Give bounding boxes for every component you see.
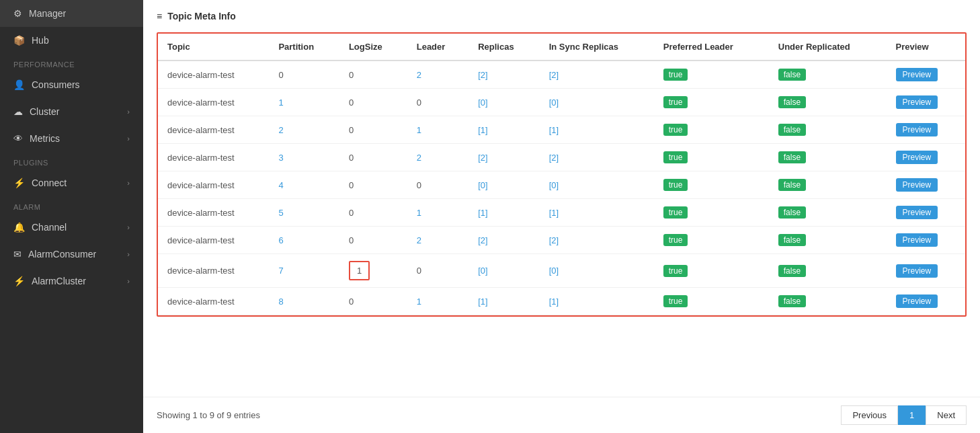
cell-preview: Preview bbox=[887, 89, 966, 116]
cell-topic: device-alarm-test bbox=[158, 254, 269, 288]
preview-button[interactable]: Preview bbox=[896, 68, 938, 81]
cell-in-sync: [0] bbox=[540, 171, 654, 199]
cell-in-sync: [0] bbox=[540, 89, 654, 116]
previous-button[interactable]: Previous bbox=[841, 405, 898, 425]
next-button[interactable]: Next bbox=[926, 405, 967, 425]
topic-meta-table-wrapper: Topic Partition LogSize Leader Replicas … bbox=[157, 32, 967, 317]
table-row: device-alarm-test 0 0 2 [2] [2] true fal… bbox=[158, 61, 965, 89]
preferred-leader-badge: true bbox=[663, 96, 688, 108]
preferred-leader-badge: true bbox=[663, 265, 688, 277]
cell-leader: 1 bbox=[407, 199, 468, 227]
cell-leader: 2 bbox=[407, 144, 468, 171]
connect-icon: ⚡ bbox=[13, 178, 25, 188]
preferred-leader-badge: true bbox=[663, 69, 688, 81]
logsize-value: 0 bbox=[349, 125, 354, 135]
cell-leader: 2 bbox=[407, 227, 468, 254]
sidebar-item-label: Channel bbox=[32, 222, 67, 233]
cell-preview: Preview bbox=[887, 227, 966, 254]
sidebar-section-performance: PERFORMANCE bbox=[0, 54, 143, 71]
cell-under-replicated: false bbox=[769, 61, 887, 89]
table-row: device-alarm-test 6 0 2 [2] [2] true fal… bbox=[158, 227, 965, 254]
cell-preferred-leader: true bbox=[654, 89, 769, 116]
preview-button[interactable]: Preview bbox=[896, 95, 938, 109]
logsize-value: 0 bbox=[349, 297, 354, 307]
cell-partition: 4 bbox=[269, 171, 339, 199]
under-replicated-badge: false bbox=[778, 234, 806, 246]
col-replicas: Replicas bbox=[468, 34, 540, 61]
page-1-button[interactable]: 1 bbox=[898, 405, 926, 425]
preferred-leader-badge: true bbox=[663, 206, 688, 219]
col-partition: Partition bbox=[269, 34, 339, 61]
cell-leader: 1 bbox=[407, 288, 468, 315]
manager-icon: ⚙ bbox=[13, 8, 22, 19]
main-content: ≡ Topic Meta Info Topic Partition LogSiz… bbox=[143, 0, 980, 433]
metrics-icon: 👁 bbox=[13, 133, 23, 144]
logsize-value: 0 bbox=[349, 153, 354, 163]
sidebar-item-connect[interactable]: ⚡ Connect › bbox=[0, 169, 143, 196]
preferred-leader-badge: true bbox=[663, 234, 688, 246]
col-under-replicated: Under Replicated bbox=[769, 34, 887, 61]
col-logsize: LogSize bbox=[339, 34, 407, 61]
cell-topic: device-alarm-test bbox=[158, 61, 269, 89]
sidebar-item-metrics[interactable]: 👁 Metrics › bbox=[0, 125, 143, 152]
cell-under-replicated: false bbox=[769, 199, 887, 227]
preferred-leader-badge: true bbox=[663, 151, 688, 163]
cell-topic: device-alarm-test bbox=[158, 89, 269, 116]
col-leader: Leader bbox=[407, 34, 468, 61]
sidebar-item-consumers[interactable]: 👤 Consumers bbox=[0, 71, 143, 98]
cell-topic: device-alarm-test bbox=[158, 288, 269, 315]
cell-partition: 5 bbox=[269, 199, 339, 227]
cell-in-sync: [0] bbox=[540, 254, 654, 288]
cell-replicas: [1] bbox=[468, 116, 540, 144]
under-replicated-badge: false bbox=[778, 206, 806, 219]
highlighted-logsize: 1 bbox=[349, 261, 370, 280]
cell-preferred-leader: true bbox=[654, 116, 769, 144]
cell-partition: 0 bbox=[269, 61, 339, 89]
cell-leader: 0 bbox=[407, 171, 468, 199]
sidebar-item-manager[interactable]: ⚙ Manager bbox=[0, 0, 143, 27]
preferred-leader-badge: true bbox=[663, 124, 688, 136]
pagination-info: Showing 1 to 9 of 9 entries bbox=[157, 410, 260, 420]
logsize-value: 0 bbox=[349, 70, 354, 80]
cluster-icon: ☁ bbox=[13, 106, 23, 117]
sidebar-item-cluster[interactable]: ☁ Cluster › bbox=[0, 98, 143, 125]
cell-leader: 1 bbox=[407, 116, 468, 144]
cell-partition: 3 bbox=[269, 144, 339, 171]
table-row: device-alarm-test 2 0 1 [1] [1] true fal… bbox=[158, 116, 965, 144]
cell-preferred-leader: true bbox=[654, 288, 769, 315]
cell-under-replicated: false bbox=[769, 116, 887, 144]
preview-button[interactable]: Preview bbox=[896, 233, 938, 247]
preview-button[interactable]: Preview bbox=[896, 151, 938, 164]
cell-preview: Preview bbox=[887, 144, 966, 171]
preview-button[interactable]: Preview bbox=[896, 123, 938, 136]
cell-topic: device-alarm-test bbox=[158, 144, 269, 171]
preferred-leader-badge: true bbox=[663, 295, 688, 307]
sidebar-item-channel[interactable]: 🔔 Channel › bbox=[0, 214, 143, 241]
sidebar-item-alarmcluster[interactable]: ⚡ AlarmCluster › bbox=[0, 268, 143, 294]
cell-under-replicated: false bbox=[769, 288, 887, 315]
preview-button[interactable]: Preview bbox=[896, 294, 938, 308]
hub-icon: 📦 bbox=[13, 35, 25, 46]
table-row: device-alarm-test 3 0 2 [2] [2] true fal… bbox=[158, 144, 965, 171]
table-row: device-alarm-test 4 0 0 [0] [0] true fal… bbox=[158, 171, 965, 199]
chevron-right-icon: › bbox=[127, 134, 130, 143]
sidebar-item-label: AlarmCluster bbox=[32, 276, 86, 286]
cell-replicas: [1] bbox=[468, 199, 540, 227]
cell-logsize: 0 bbox=[339, 171, 407, 199]
preview-button[interactable]: Preview bbox=[896, 206, 938, 219]
sidebar-item-hub[interactable]: 📦 Hub bbox=[0, 27, 143, 54]
preview-button[interactable]: Preview bbox=[896, 178, 938, 192]
cell-partition: 2 bbox=[269, 116, 339, 144]
preview-button[interactable]: Preview bbox=[896, 264, 938, 278]
cell-preview: Preview bbox=[887, 61, 966, 89]
table-row: device-alarm-test 1 0 0 [0] [0] true fal… bbox=[158, 89, 965, 116]
col-in-sync: In Sync Replicas bbox=[540, 34, 654, 61]
cell-leader: 2 bbox=[407, 61, 468, 89]
cell-preferred-leader: true bbox=[654, 61, 769, 89]
cell-logsize: 0 bbox=[339, 227, 407, 254]
sidebar-item-alarmconsumer[interactable]: ✉ AlarmConsumer › bbox=[0, 241, 143, 268]
cell-partition: 6 bbox=[269, 227, 339, 254]
cell-under-replicated: false bbox=[769, 227, 887, 254]
alarmconsumer-icon: ✉ bbox=[13, 249, 22, 260]
under-replicated-badge: false bbox=[778, 69, 806, 81]
